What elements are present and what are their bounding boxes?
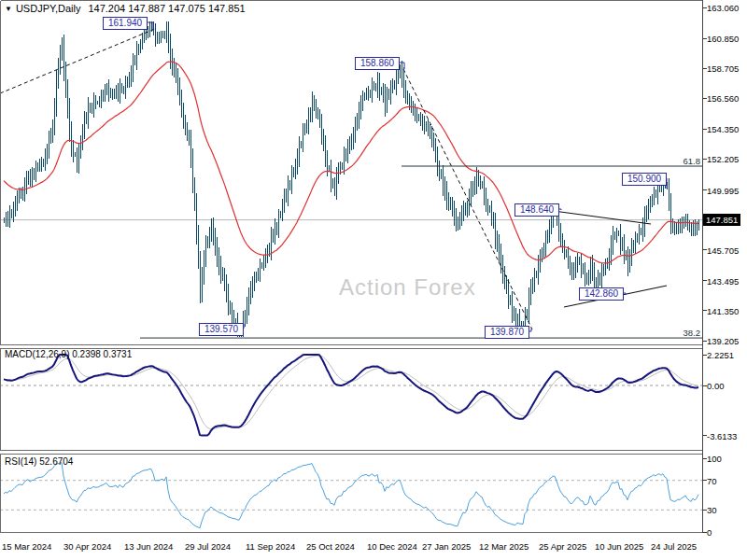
fib-level-label: 61.8 (684, 156, 701, 166)
moving-average-line (4, 62, 698, 263)
price-axis-tick: 139.205 (707, 336, 739, 346)
date-axis-label: 25 Oct 2024 (306, 541, 355, 552)
date-axis-label: 13 Jun 2024 (124, 541, 173, 552)
date-axis-label: 30 Apr 2024 (63, 541, 111, 552)
date-axis-label: 24 Jul 2025 (651, 541, 697, 552)
rsi-indicator-label: RSI(14) 52.6704 (5, 456, 73, 467)
date-axis-label: 25 Apr 2025 (539, 541, 586, 552)
price-axis-tick: 143.495 (707, 275, 739, 286)
price-annotation-label: 161.940 (103, 17, 148, 30)
price-annotation-label: 139.570 (199, 323, 244, 336)
price-axis-tick: 141.350 (707, 305, 739, 315)
macd-lines (4, 355, 698, 436)
date-axis-label: 15 Mar 2024 (2, 541, 51, 552)
rsi-axis-tick: 30 (707, 505, 717, 515)
date-axis-label: 10 Jun 2025 (595, 541, 643, 552)
macd-axis-tick: 0.00 (707, 381, 725, 391)
date-axis-label: 12 Mar 2025 (479, 541, 529, 552)
fib-level-label: 38.2 (684, 328, 701, 338)
price-axis-tick: 152.205 (707, 154, 739, 164)
price-axis-tick: 160.850 (707, 34, 739, 44)
current-price-tag: 147.851 (703, 214, 740, 226)
chart-title: ▼USDJPY,Daily147.204 147.887 147.075 147… (5, 3, 246, 14)
price-axis-tick: 156.560 (707, 93, 739, 104)
panel-borders (0, 0, 703, 533)
symbol-timeframe: USDJPY,Daily (16, 3, 81, 14)
date-axis-label: 11 Sep 2024 (246, 541, 295, 552)
trading-chart-window: Action Forex ▼USDJPY,Daily147.204 147.88… (0, 0, 747, 560)
date-axis-label: 27 Jan 2025 (422, 541, 471, 552)
price-annotation-label: 148.640 (514, 203, 559, 217)
reference-lines (0, 220, 702, 511)
rsi-line (4, 463, 698, 528)
price-axis-tick: 149.995 (707, 185, 739, 195)
macd-axis-tick: 2.2251 (707, 350, 734, 360)
rsi-axis-tick: 100 (707, 454, 722, 464)
date-axis-label: 10 Dec 2024 (367, 541, 417, 552)
ohlc-quote: 147.204 147.887 147.075 147.851 (88, 3, 245, 14)
macd-indicator-label: MACD(12,26,9) 0.2398 0.3731 (5, 349, 132, 359)
chart-canvas[interactable] (0, 0, 747, 560)
price-axis-tick: 145.705 (707, 245, 739, 255)
price-axis-tick: 158.705 (707, 63, 739, 74)
date-axis-label: 29 Jul 2024 (185, 541, 231, 552)
price-axis-tick: 154.350 (707, 124, 739, 134)
price-annotation-label: 142.860 (579, 287, 624, 301)
macd-axis-tick: -3.6133 (707, 430, 737, 441)
rsi-axis-tick: 0 (707, 527, 712, 538)
rsi-axis-tick: 70 (707, 475, 717, 485)
price-axis-tick: 163.060 (707, 3, 739, 13)
price-annotation-label: 158.860 (355, 57, 400, 70)
price-annotation-label: 150.900 (622, 173, 667, 186)
symbol-dropdown-icon[interactable]: ▼ (5, 5, 12, 13)
price-annotation-label: 139.870 (485, 326, 529, 339)
